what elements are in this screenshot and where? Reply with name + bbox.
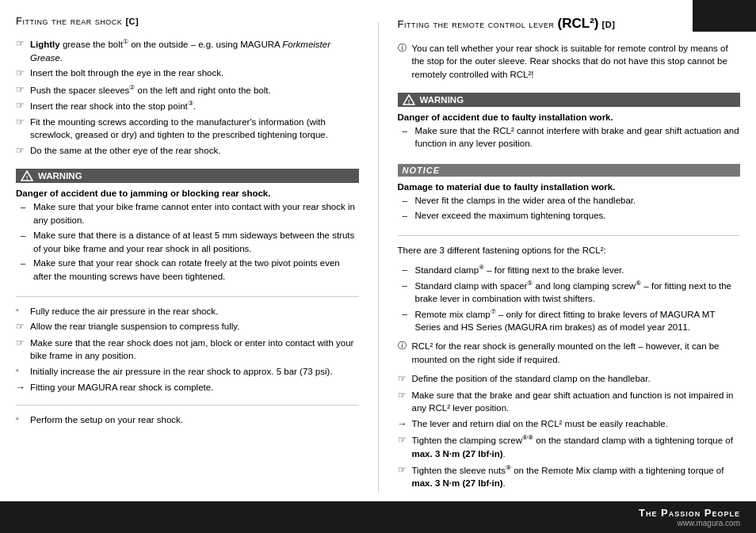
- warning-dash-item: – Make sure that your rear shock can rot…: [21, 257, 359, 283]
- right-warning-header: ! WARNING: [398, 93, 741, 107]
- bullet-sym: ▫: [16, 365, 29, 377]
- dash-text: Standard clamp with spacer⑤ and long cla…: [415, 279, 741, 306]
- separator: [16, 405, 359, 405]
- bullet-text: Fit the mounting screws according to the…: [30, 116, 359, 142]
- left-column: Fitting the rear shock [C] ☞ Lightly gre…: [16, 14, 359, 493]
- right-column: Fitting the remote control lever (RCL²) …: [398, 14, 741, 493]
- svg-text:!: !: [407, 97, 410, 105]
- bullet-sym: ☞: [398, 433, 410, 447]
- bullet-sym: ☞: [398, 372, 410, 386]
- rcl-options-list: – Standard clamp④ – for fitting next to …: [398, 263, 741, 336]
- warning-title: Danger of accident due to jamming or blo…: [16, 188, 359, 198]
- rcl-note-item: ⓘ RCL² for the rear shock is generally m…: [398, 340, 741, 366]
- bullet-sym: ☞: [398, 463, 410, 477]
- bullet-text: Allow the rear triangle suspension to co…: [30, 320, 359, 333]
- bullet-text: Tighten the clamping screw⑥⑧ on the stan…: [412, 433, 741, 460]
- notice-label: NOTICE: [403, 166, 441, 175]
- dash-text: Never exceed the maximum tightening torq…: [415, 209, 741, 223]
- dash-sym: –: [403, 263, 414, 276]
- bullet-text: Initially increase the air pressure in t…: [30, 365, 359, 379]
- bullet-sym: ▫: [16, 413, 29, 425]
- bullet-item: ☞ Allow the rear triangle suspension to …: [16, 320, 359, 333]
- bullet-sym: ☞: [16, 83, 29, 97]
- notice-dash-item: – Never exceed the maximum tightening to…: [403, 209, 741, 223]
- bullet-text: Make sure that the brake and gear shift …: [412, 389, 741, 415]
- dash-text: Standard clamp④ – for fitting next to th…: [415, 263, 741, 277]
- bullet-item: ▫ Perform the setup on your rear shock.: [16, 413, 359, 427]
- bullet-item: ▫ Fully reduce the air pressure in the r…: [16, 305, 359, 318]
- dash-sym: –: [403, 194, 414, 207]
- warning-label: WARNING: [38, 171, 82, 181]
- right-title-bracket: [D]: [602, 20, 616, 29]
- warning-title: Danger of accident due to faulty install…: [398, 112, 741, 122]
- dash-text: Make sure that the RCL² cannot interfere…: [415, 124, 741, 150]
- bullet-sym: ☞: [16, 144, 29, 158]
- dash-text: Make sure that there is a distance of at…: [33, 229, 359, 255]
- bullet-item: ☞ Make sure that the rear shock does not…: [16, 337, 359, 363]
- bullet-text: Tighten the sleeve nuts⑨ on the Remote M…: [412, 463, 741, 490]
- bullet-item: ☞ Tighten the sleeve nuts⑨ on the Remote…: [398, 463, 741, 490]
- rcl-options-intro: There are 3 different fastening options …: [398, 244, 741, 257]
- bottom-bar-content: The Passion People www.magura.com: [639, 507, 740, 527]
- left-section-title: Fitting the rear shock [C]: [16, 14, 359, 29]
- notice-title: Damage to material due to faulty install…: [398, 182, 741, 192]
- left-warning-header: ! WARNING: [16, 169, 359, 183]
- notice-body: Damage to material due to faulty install…: [398, 182, 741, 223]
- bullet-item: ☞ Insert the bolt through the eye in the…: [16, 67, 359, 80]
- dash-sym: –: [21, 200, 32, 214]
- info-sym: ⓘ: [398, 42, 410, 55]
- right-intro-text: You can tell whether your rear shock is …: [412, 42, 741, 82]
- dash-text: Make sure that your bike frame cannot en…: [33, 200, 359, 227]
- bullet-text: Push the spacer sleeves② on the left and…: [30, 83, 359, 97]
- info-sym: ⓘ: [398, 340, 410, 352]
- bullet-text: Perform the setup on your rear shock.: [30, 413, 359, 427]
- dash-text: Remote mix clamp⑦ – only for direct fitt…: [415, 307, 741, 334]
- bullet-text: Define the position of the standard clam…: [412, 372, 741, 386]
- bullet-sym: ☞: [16, 320, 29, 333]
- warning-triangle-icon: !: [21, 170, 33, 181]
- bullet-sym: →: [398, 417, 410, 431]
- right-title-text: Fitting the remote control lever: [398, 18, 555, 30]
- notice-header: NOTICE: [398, 164, 741, 177]
- dash-sym: –: [21, 229, 32, 242]
- bullet-text: Insert the rear shock into the stop poin…: [30, 99, 359, 113]
- column-divider: [378, 22, 379, 493]
- bullet-sym: ☞: [398, 389, 410, 402]
- bullet-text: Make sure that the rear shock does not j…: [30, 337, 359, 363]
- dash-sym: –: [403, 124, 414, 138]
- bullet-item: ☞ Push the spacer sleeves② on the left a…: [16, 83, 359, 97]
- dash-sym: –: [403, 279, 414, 292]
- bullet-item: → Fitting your MAGURA rear shock is comp…: [16, 381, 359, 394]
- bullet-text: Lightly grease the bolt① on the outside …: [30, 37, 359, 64]
- bullet-item: ☞ Fit the mounting screws according to t…: [16, 116, 359, 142]
- bullet-text: Do the same at the other eye of the rear…: [30, 144, 359, 158]
- rcl-option-item: – Standard clamp with spacer⑤ and long c…: [403, 279, 741, 306]
- bullet-sym: ☞: [16, 116, 29, 129]
- dash-sym: –: [21, 257, 32, 270]
- left-title-bracket: [C]: [125, 17, 139, 26]
- right-intro-item: ⓘ You can tell whether your rear shock i…: [398, 42, 741, 82]
- bullet-sym: ☞: [16, 337, 29, 350]
- bullet-item: ☞ Define the position of the standard cl…: [398, 372, 741, 386]
- bullet-text: Insert the bolt through the eye in the r…: [30, 67, 359, 80]
- bullet-text: The lever and return dial on the RCL² mu…: [412, 417, 741, 431]
- dash-text: Make sure that your rear shock can rotat…: [33, 257, 359, 283]
- dash-sym: –: [403, 209, 414, 223]
- warning-label: WARNING: [420, 95, 464, 105]
- bullet-item: ☞ Insert the rear shock into the stop po…: [16, 99, 359, 113]
- dash-sym: –: [403, 307, 414, 321]
- bullet-item: ☞ Make sure that the brake and gear shif…: [398, 389, 741, 415]
- left-warning-body: Danger of accident due to jamming or blo…: [16, 188, 359, 284]
- left-bullets-after-warning: ▫ Fully reduce the air pressure in the r…: [16, 305, 359, 397]
- bullet-item: ☞ Tighten the clamping screw⑥⑧ on the st…: [398, 433, 741, 460]
- warning-triangle-icon: !: [403, 94, 415, 105]
- warning-dash-item: – Make sure that the RCL² cannot interfe…: [403, 124, 741, 150]
- bullet-sym: ☞: [16, 37, 29, 51]
- right-warning-body: Danger of accident due to faulty install…: [398, 112, 741, 152]
- rcl-option-item: – Standard clamp④ – for fitting next to …: [403, 263, 741, 277]
- bullet-text: Fitting your MAGURA rear shock is comple…: [30, 381, 359, 394]
- notice-dash-item: – Never fit the clamps in the wider area…: [403, 194, 741, 207]
- right-final-bullets: ☞ Define the position of the standard cl…: [398, 372, 741, 492]
- bullet-item: → The lever and return dial on the RCL² …: [398, 417, 741, 431]
- bullet-sym: ☞: [16, 99, 29, 112]
